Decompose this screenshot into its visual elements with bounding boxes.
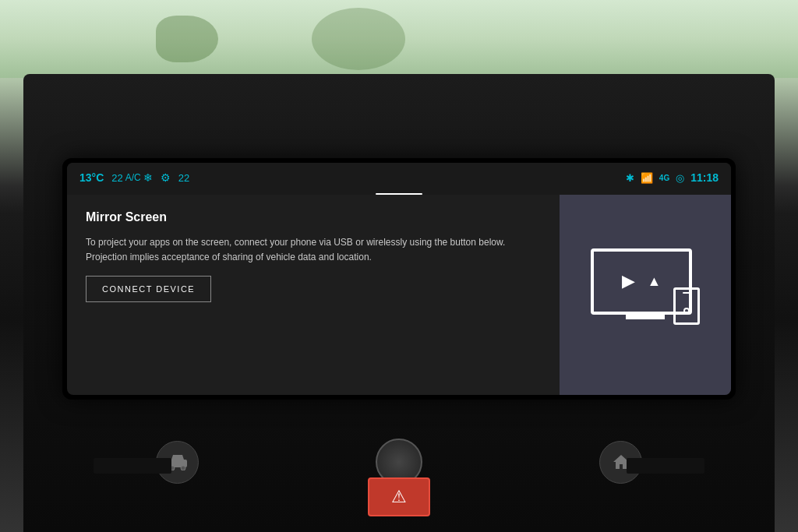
infotainment-screen: 13°C 22 A/C ❄ ⚙ 22 ✱ 📶 4G ◎ xyxy=(67,163,731,395)
exterior-window-view xyxy=(0,0,798,78)
status-right-group: ✱ 📶 4G ◎ 11:18 xyxy=(626,171,719,184)
phone-graphic xyxy=(673,287,700,325)
bluetooth-icon: ✱ xyxy=(626,172,634,184)
phone-speaker xyxy=(683,292,690,294)
svg-marker-1 xyxy=(171,455,184,460)
status-left-group: 13°C 22 A/C ❄ ⚙ 22 xyxy=(79,171,626,184)
usb-slot-right xyxy=(627,458,704,474)
right-graphic-panel: ▶ ▲ xyxy=(560,195,731,395)
hazard-button[interactable]: ⚠ xyxy=(368,477,430,516)
cast-icon: ▲ xyxy=(648,273,662,290)
ac-value: 22 A/C ❄ xyxy=(111,171,152,184)
car-interior-background: 13°C 22 A/C ❄ ⚙ 22 ✱ 📶 4G ◎ xyxy=(0,0,798,532)
fan-icon: ❄ xyxy=(143,171,153,184)
clock-display: 11:18 xyxy=(690,171,719,184)
left-text-panel: Mirror Screen To project your apps on th… xyxy=(67,195,560,395)
mirror-screen-title: Mirror Screen xyxy=(86,210,541,224)
graphic-container: ▶ ▲ xyxy=(591,248,700,338)
temperature-display: 13°C xyxy=(79,171,104,184)
mirror-screen-graphic: ▶ ▲ xyxy=(591,248,700,342)
lte-icon: 4G xyxy=(659,174,669,182)
ac-icon: A/C xyxy=(125,172,141,183)
screen-bezel: 13°C 22 A/C ❄ ⚙ 22 ✱ 📶 4G ◎ xyxy=(62,158,736,400)
phone-button xyxy=(683,308,690,314)
main-content-area: Mirror Screen To project your apps on th… xyxy=(67,195,731,395)
monitor-stand xyxy=(626,315,665,319)
dashboard: 13°C 22 A/C ❄ ⚙ 22 ✱ 📶 4G ◎ xyxy=(23,74,775,532)
wifi-icon: 📶 xyxy=(641,172,653,184)
fan-value: 22 xyxy=(178,172,189,184)
play-icon: ▶ xyxy=(622,271,635,291)
mirror-screen-description: To project your apps on the screen, conn… xyxy=(86,235,541,265)
usb-slot-left xyxy=(94,458,171,474)
location-icon: ◎ xyxy=(676,172,684,184)
connect-device-button[interactable]: CONNECT DEVICE xyxy=(86,276,211,302)
status-bar: 13°C 22 A/C ❄ ⚙ 22 ✱ 📶 4G ◎ xyxy=(67,163,731,192)
hazard-triangle-icon: ⚠ xyxy=(391,487,407,507)
steering-icon: ⚙ xyxy=(161,171,171,184)
svg-point-3 xyxy=(181,466,185,470)
